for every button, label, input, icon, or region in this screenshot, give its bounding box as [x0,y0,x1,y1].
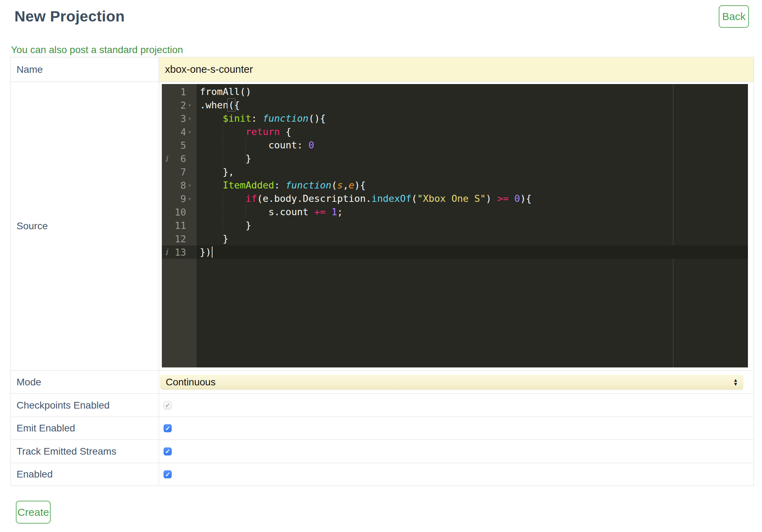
code-token: if [246,193,257,204]
select-stepper-icon: ▲ ▼ [732,375,739,390]
line-number: 6 [171,153,186,164]
indent-guide [223,125,223,139]
code-token [509,193,514,204]
code-token: "Xbox One S" [417,193,486,204]
code-token: { [280,126,292,137]
name-cell [159,57,754,82]
text-cursor [212,246,212,258]
enabled-label: Enabled [11,463,159,486]
code-line[interactable]: s.count += 1; [197,205,748,219]
code-line[interactable]: ItemAdded: function(s,e){ [197,179,748,192]
code-line[interactable]: }, [197,165,748,179]
code-token: ItemAdded [223,180,274,191]
line-number: 8 [171,180,186,191]
code-token: } [200,233,228,244]
indent-guide [223,192,223,205]
gutter-line: 11 [162,219,197,232]
checkpoints-label: Checkpoints Enabled [11,394,159,417]
code-token: ) [486,193,497,204]
mode-select[interactable]: Continuous ▲ ▼ [160,375,743,390]
stepper-down-icon: ▼ [733,382,738,386]
name-input[interactable] [159,57,754,82]
code-token: 0 [309,140,314,150]
gutter-line: 3▾ [162,112,197,125]
code-line[interactable]: fromAll() [197,85,748,98]
fold-arrow-icon[interactable]: ▾ [186,102,197,108]
code-line[interactable]: } [197,219,748,232]
code-line[interactable]: .when({ [197,98,748,112]
checkpoints-row: Checkpoints Enabled ✓ [11,394,754,417]
code-token: ){ [520,193,532,204]
line-number: 13 [171,247,186,258]
projection-form-table: Name Source 12▾3▾4▾5i678▾9▾101112i13 fro… [11,57,754,486]
line-number: 10 [171,207,186,218]
track-cell: ✓ [159,440,754,463]
track-row: Track Emitted Streams ✓ [11,440,754,463]
code-line[interactable]: if(e.body.Description.indexOf("Xbox One … [197,192,748,205]
check-icon: ✓ [165,425,170,431]
source-code-editor[interactable]: 12▾3▾4▾5i678▾9▾101112i13 fromAll().when(… [162,84,748,367]
gutter-line: 2▾ [162,98,197,112]
line-number: 4 [171,127,186,137]
enabled-checkbox[interactable]: ✓ [164,470,172,479]
check-icon: ✓ [165,402,170,409]
code-token: : [274,180,286,191]
code-token: s.count [200,206,314,217]
code-token: fromAll() [200,86,251,97]
source-row: Source 12▾3▾4▾5i678▾9▾101112i13 fromAll(… [11,82,754,371]
code-token: return [246,126,280,137]
code-line[interactable]: } [197,152,748,165]
check-icon: ✓ [165,448,170,455]
fold-arrow-icon[interactable]: ▾ [186,129,197,135]
code-line[interactable]: count: 0 [197,139,748,152]
create-button[interactable]: Create [16,501,51,524]
gutter-line: 8▾ [162,179,197,192]
code-token: e [349,180,354,191]
code-token: }) [200,246,211,257]
gutter-line: 7 [162,165,197,179]
emit-row: Emit Enabled ✓ [11,417,754,440]
check-icon: ✓ [165,471,170,477]
name-label: Name [11,57,159,82]
editor-code-area[interactable]: fromAll().when({ $init: function(){ retu… [197,84,748,367]
gutter-line: 9▾ [162,192,197,205]
code-token: function [263,113,309,124]
line-number: 11 [171,220,186,231]
code-line[interactable]: }) [197,245,748,259]
standard-projection-link[interactable]: You can also post a standard projection [11,44,183,56]
fold-arrow-icon[interactable]: ▾ [186,116,197,122]
code-token: indexOf [372,193,412,204]
editor-gutter: 12▾3▾4▾5i678▾9▾101112i13 [162,84,197,367]
line-number: 12 [171,233,186,244]
source-label: Source [11,82,159,370]
back-button[interactable]: Back [719,5,749,28]
indent-guide [223,152,223,165]
track-emitted-streams-checkbox[interactable]: ✓ [164,447,172,455]
code-token: ){ [354,180,366,191]
emit-enabled-checkbox[interactable]: ✓ [164,424,172,432]
fold-arrow-icon[interactable]: ▾ [186,196,197,202]
info-annotation-icon: i [162,154,171,164]
indent-guide [246,152,246,165]
code-token: .when [200,100,228,110]
fold-arrow-icon[interactable]: ▾ [186,182,197,188]
line-number: 9 [171,193,186,204]
code-token: count: [200,140,309,150]
code-token: ( [331,180,337,191]
code-token: += [314,206,326,217]
code-token: , [343,180,348,191]
code-line[interactable]: $init: function(){ [197,112,748,125]
enabled-row: Enabled ✓ [11,463,754,486]
code-token [200,113,223,124]
checkpoints-enabled-checkbox: ✓ [164,401,172,409]
code-token: (){ [309,113,326,124]
code-token: }, [200,166,234,177]
code-token: >= [497,193,509,204]
indent-guide [223,139,223,152]
checkpoints-cell: ✓ [159,394,754,417]
mode-label: Mode [11,371,159,393]
code-token: 0 [514,193,520,204]
page-title: New Projection [14,8,125,25]
code-line[interactable]: } [197,232,748,245]
code-line[interactable]: return { [197,125,748,139]
